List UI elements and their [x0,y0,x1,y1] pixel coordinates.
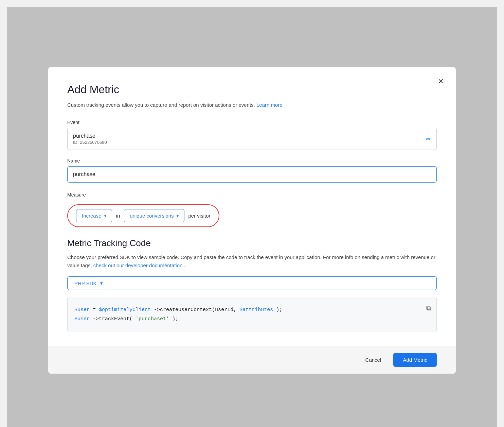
name-input[interactable] [67,166,437,183]
developer-docs-link[interactable]: check out our developer documentation [93,262,183,268]
modal-title: Add Metric [67,83,437,96]
event-id: ID: 25235670680 [73,140,107,145]
chevron-down-icon-2: ▾ [177,214,179,218]
modal-overlay: × Add Metric Custom tracking events allo… [7,7,497,427]
chevron-down-icon: ▾ [104,214,106,218]
learn-more-link[interactable]: Learn more [256,102,283,108]
code-line-1: $user = $optimizelyClient ->createUserCo… [74,305,430,314]
close-button[interactable]: × [438,76,444,86]
code-line-2: $user ->trackEvent( 'purchase1' ); [74,314,430,324]
chevron-down-icon-3: ▾ [100,280,103,286]
in-label: in [116,213,120,219]
sdk-dropdown[interactable]: PHP SDK ▾ [67,276,437,290]
add-metric-button[interactable]: Add Metric [393,353,437,367]
tracking-code-title: Metric Tracking Code [67,238,437,249]
measure-highlight: Increase ▾ in unique conversions ▾ per v… [67,204,219,227]
tracking-code-description: Choose your preferred SDK to view sample… [67,253,437,270]
cancel-button[interactable]: Cancel [359,354,388,366]
measure-label: Measure [67,192,437,198]
code-block: $user = $optimizelyClient ->createUserCo… [67,297,437,332]
add-metric-modal: × Add Metric Custom tracking events allo… [48,67,456,374]
edit-icon[interactable]: ✏ [426,135,431,143]
event-box: purchase ID: 25235670680 ✏ [67,128,437,150]
modal-description: Custom tracking events allow you to capt… [67,101,437,109]
event-name: purchase [73,133,107,139]
event-box-content: purchase ID: 25235670680 [73,133,107,145]
name-label: Name [67,158,437,164]
conversions-dropdown[interactable]: unique conversions ▾ [124,209,184,222]
measure-section: Measure Increase ▾ in unique conversions… [67,192,437,227]
copy-icon[interactable]: ⧉ [426,303,431,315]
increase-dropdown[interactable]: Increase ▾ [76,209,112,222]
event-label: Event [67,120,437,125]
per-visitor-label: per visitor [188,213,211,219]
modal-footer: Cancel Add Metric [48,346,456,374]
